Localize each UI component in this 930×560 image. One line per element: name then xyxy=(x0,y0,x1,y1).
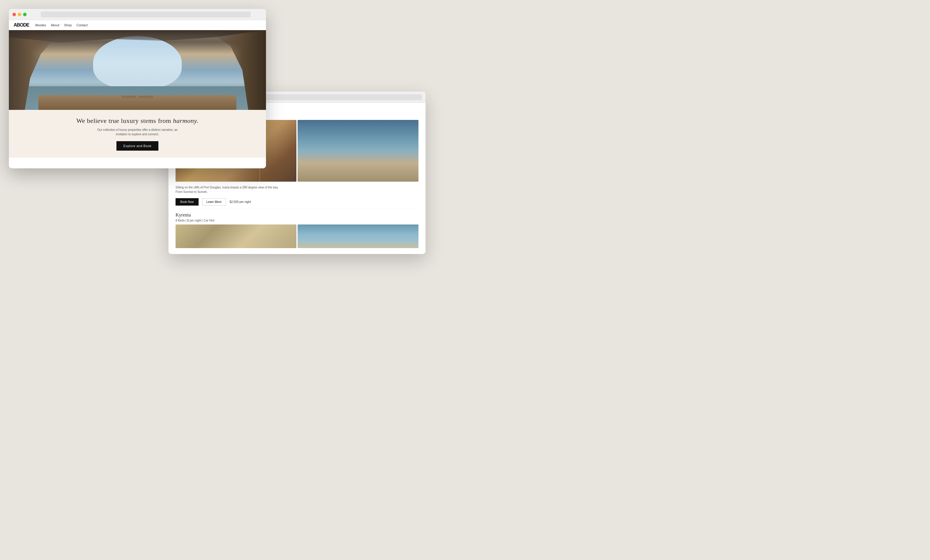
cave-sky xyxy=(93,36,182,89)
cave-deck xyxy=(38,95,236,110)
explore-book-button[interactable]: Explore and Book xyxy=(116,141,159,150)
browser-chrome-front xyxy=(9,9,266,20)
nav-abodes[interactable]: Abodes xyxy=(35,23,46,27)
close-button[interactable] xyxy=(12,13,16,16)
nav-contact[interactable]: Contact xyxy=(77,23,88,27)
kyrenia-title: Kyrenia xyxy=(176,212,419,218)
headline-italic: harmony. xyxy=(173,117,199,124)
hero-subtext: Our collection of luxury properties offe… xyxy=(96,127,179,137)
nav-links: Abodes About Shop Contact xyxy=(35,23,88,27)
book-now-button[interactable]: Book Now xyxy=(176,198,199,206)
browser-front: ABODE Abodes About Shop Contact xyxy=(9,9,266,168)
property-section: Sitting on the cliffs of Port Douglas, I… xyxy=(176,185,419,206)
property-exterior-image xyxy=(297,120,419,182)
cave-furniture xyxy=(122,96,153,98)
kyrenia-exterior-image xyxy=(297,224,419,248)
scene: ABODE Abodes About Shop Contact xyxy=(0,0,930,560)
property-price: $2,500 per night xyxy=(229,200,251,204)
property-description: Sitting on the cliffs of Port Douglas, I… xyxy=(176,185,279,194)
kyrenia-meta: 8 Beds | $ per night | Car Hire xyxy=(176,219,419,222)
hero-image xyxy=(9,30,266,110)
cave-overlay xyxy=(9,30,266,110)
traffic-lights-front xyxy=(12,13,26,16)
maximize-button[interactable] xyxy=(23,13,26,16)
headline-normal: We believe true luxury stems from xyxy=(76,117,173,124)
nav-about[interactable]: About xyxy=(51,23,59,27)
site-nav: ABODE Abodes About Shop Contact xyxy=(9,20,266,30)
lounger-1 xyxy=(122,96,136,98)
kyrenia-section: Kyrenia 8 Beds | $ per night | Car Hire xyxy=(176,209,419,248)
learn-more-button[interactable]: Learn More xyxy=(202,198,226,206)
kyrenia-image-grid xyxy=(176,224,419,248)
lounger-2 xyxy=(139,96,153,98)
hero-content: We believe true luxury stems from harmon… xyxy=(9,110,266,158)
property-actions: Book Now Learn More $2,500 per night xyxy=(176,198,419,206)
site-logo[interactable]: ABODE xyxy=(14,23,29,28)
kyrenia-interior-image xyxy=(176,224,296,248)
address-bar-front[interactable] xyxy=(41,12,251,17)
minimize-button[interactable] xyxy=(18,13,21,16)
nav-shop[interactable]: Shop xyxy=(64,23,72,27)
hero-headline: We believe true luxury stems from harmon… xyxy=(15,117,260,125)
